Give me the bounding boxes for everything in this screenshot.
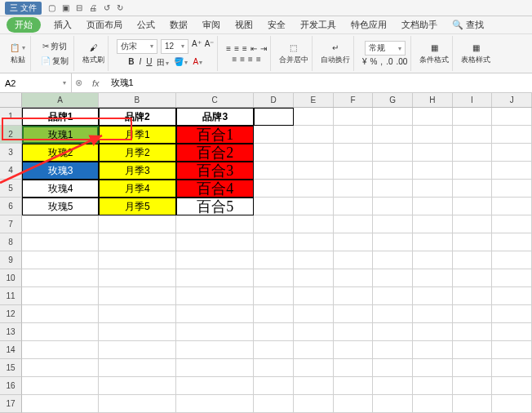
cell-C3[interactable]: 百合2 (176, 144, 254, 162)
cell-F8[interactable] (334, 233, 374, 251)
col-header-B[interactable]: B (99, 93, 176, 107)
cell-F5[interactable] (334, 180, 374, 198)
cell-E3[interactable] (294, 144, 334, 162)
row-header[interactable]: 6 (0, 198, 22, 215)
cell-D17[interactable] (254, 395, 294, 413)
cell-J16[interactable] (492, 377, 532, 395)
cell-A14[interactable] (22, 341, 98, 359)
cell-A16[interactable] (22, 377, 98, 395)
cell-H14[interactable] (413, 341, 453, 359)
cell-C15[interactable] (176, 359, 254, 377)
cell-J14[interactable] (492, 341, 532, 359)
cell-F4[interactable] (334, 162, 374, 180)
cell-E14[interactable] (294, 341, 334, 359)
align-center-icon[interactable]: ≡ (240, 55, 245, 64)
table-style-button[interactable]: ▦ (471, 42, 481, 53)
cell-C5[interactable]: 百合4 (176, 180, 254, 198)
cell-G4[interactable] (373, 162, 413, 180)
cell-I6[interactable] (453, 198, 493, 215)
cell-G14[interactable] (373, 341, 413, 359)
format-painter-button[interactable]: 🖌 (88, 42, 100, 53)
col-header-J[interactable]: J (492, 93, 532, 107)
cell-B7[interactable] (99, 215, 176, 233)
row-header[interactable]: 10 (0, 269, 22, 287)
cell-J12[interactable] (492, 305, 532, 323)
cell-E11[interactable] (294, 287, 334, 305)
tab-start[interactable]: 开始 (7, 17, 41, 33)
cell-C4[interactable]: 百合3 (176, 162, 254, 180)
cell-B6[interactable]: 月季5 (99, 198, 176, 215)
cell-E6[interactable] (294, 198, 334, 215)
cell-H1[interactable] (413, 108, 453, 126)
cell-I13[interactable] (453, 323, 493, 341)
align-bot-icon[interactable]: ≡ (242, 44, 247, 53)
row-header[interactable]: 4 (0, 162, 22, 180)
cell-F6[interactable] (334, 198, 374, 215)
cell-I3[interactable] (453, 144, 493, 162)
col-header-D[interactable]: D (254, 93, 294, 107)
cell-H9[interactable] (413, 251, 453, 269)
select-all-corner[interactable] (0, 93, 22, 107)
cell-A3[interactable]: 玫瑰2 (22, 144, 98, 162)
cell-C9[interactable] (176, 251, 254, 269)
cell-A8[interactable] (22, 233, 98, 251)
indent-dec-icon[interactable]: ⇤ (250, 44, 257, 53)
tab-insert[interactable]: 插入 (52, 17, 73, 33)
cell-D3[interactable] (254, 144, 294, 162)
cell-J3[interactable] (492, 144, 532, 162)
cell-F15[interactable] (334, 359, 374, 377)
cell-I1[interactable] (453, 108, 493, 126)
cell-F17[interactable] (334, 395, 374, 413)
border-button[interactable]: 田▾ (157, 57, 169, 69)
cell-B9[interactable] (99, 251, 176, 269)
cell-H8[interactable] (413, 233, 453, 251)
cell-I12[interactable] (453, 305, 493, 323)
cell-G7[interactable] (373, 215, 413, 233)
cell-B11[interactable] (99, 287, 176, 305)
cell-D4[interactable] (254, 162, 294, 180)
cell-J10[interactable] (492, 269, 532, 287)
cell-F13[interactable] (334, 323, 374, 341)
cell-A1[interactable]: 品牌1 (22, 108, 98, 126)
cell-I14[interactable] (453, 341, 493, 359)
cell-E4[interactable] (294, 162, 334, 180)
cell-B15[interactable] (99, 359, 176, 377)
cell-G13[interactable] (373, 323, 413, 341)
tab-doc-helper[interactable]: 文档助手 (400, 17, 439, 33)
cell-H3[interactable] (413, 144, 453, 162)
cell-B1[interactable]: 品牌2 (99, 108, 176, 126)
cell-E12[interactable] (294, 305, 334, 323)
cond-format-button[interactable]: ▦ (429, 42, 440, 53)
cell-A15[interactable] (22, 359, 98, 377)
cell-B12[interactable] (99, 305, 176, 323)
cell-F2[interactable] (334, 126, 374, 144)
row-header[interactable]: 2 (0, 126, 22, 144)
cell-C6[interactable]: 百合5 (176, 198, 254, 215)
cell-H16[interactable] (413, 377, 453, 395)
undo-icon[interactable]: ↺ (104, 3, 110, 12)
toolbar-icon[interactable]: ▢ (48, 3, 55, 12)
cell-B4[interactable]: 月季3 (99, 162, 176, 180)
cell-D1[interactable] (254, 108, 294, 126)
cell-G2[interactable] (373, 126, 413, 144)
cell-I9[interactable] (453, 251, 493, 269)
cell-I4[interactable] (453, 162, 493, 180)
comma-icon[interactable]: , (380, 57, 383, 66)
cell-E16[interactable] (294, 377, 334, 395)
cell-A7[interactable] (22, 215, 98, 233)
copy-button[interactable]: 📄 复制 (39, 55, 70, 68)
cell-G16[interactable] (373, 377, 413, 395)
name-box[interactable]: A2▾ (0, 73, 72, 92)
increase-font-icon[interactable]: A⁺ (192, 39, 202, 54)
cell-I16[interactable] (453, 377, 493, 395)
row-header[interactable]: 11 (0, 287, 22, 305)
cell-D5[interactable] (254, 180, 294, 198)
cell-G10[interactable] (373, 269, 413, 287)
cell-H10[interactable] (413, 269, 453, 287)
paste-button[interactable]: 📋▾ (8, 42, 27, 53)
font-size-select[interactable]: 12▾ (161, 39, 188, 54)
row-header[interactable]: 8 (0, 233, 22, 251)
cell-F14[interactable] (334, 341, 374, 359)
cell-H7[interactable] (413, 215, 453, 233)
cell-G5[interactable] (373, 180, 413, 198)
